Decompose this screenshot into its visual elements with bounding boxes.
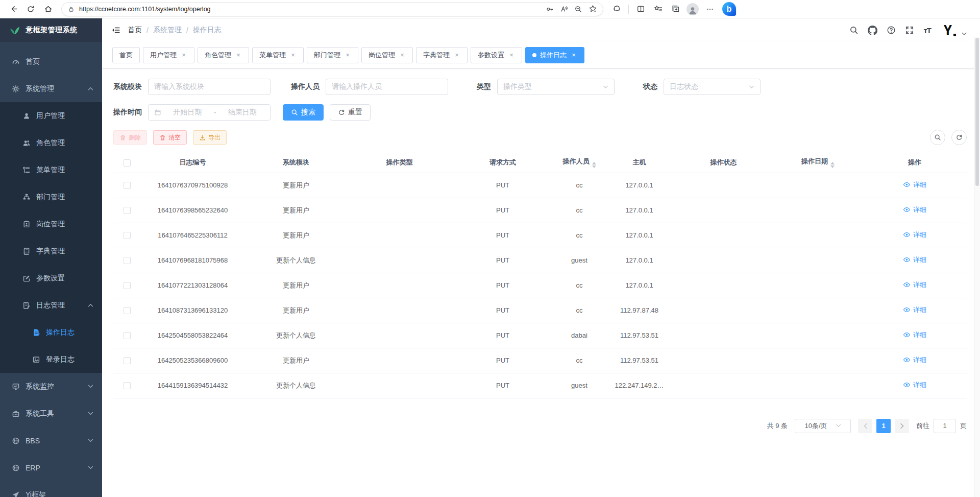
sidebar-item-param-settings[interactable]: 参数设置 xyxy=(0,265,102,292)
date-range-picker[interactable]: 开始日期 - 结束日期 xyxy=(148,104,271,121)
sidebar-collapse-icon[interactable] xyxy=(111,26,120,35)
module-input[interactable]: 请输入系统模块 xyxy=(148,79,271,95)
vertical-scrollbar[interactable] xyxy=(974,37,980,497)
add-favorite-icon[interactable] xyxy=(585,3,600,15)
goto-page-input[interactable] xyxy=(934,419,956,433)
col-operator[interactable]: 操作人员 xyxy=(554,152,605,173)
refresh-table-button[interactable] xyxy=(951,130,967,145)
delete-button[interactable]: 删除 xyxy=(113,130,147,145)
row-checkbox[interactable] xyxy=(124,332,131,339)
favorites-icon[interactable] xyxy=(650,2,666,16)
more-menu-icon[interactable] xyxy=(702,2,718,16)
row-checkbox[interactable] xyxy=(124,232,131,239)
sidebar-item-oper-log[interactable]: 操作日志 xyxy=(0,319,102,346)
close-tab-icon[interactable]: × xyxy=(289,52,297,59)
github-icon[interactable] xyxy=(868,26,877,35)
status-select[interactable]: 日志状态 xyxy=(664,79,761,95)
export-button[interactable]: 导出 xyxy=(193,130,227,145)
sidebar-item-role-mgmt[interactable]: 角色管理 xyxy=(0,129,102,156)
tab-0[interactable]: 首页 xyxy=(112,47,140,63)
tab-4[interactable]: 部门管理× xyxy=(307,47,358,63)
font-size-icon[interactable]: тT xyxy=(923,26,931,35)
close-tab-icon[interactable]: × xyxy=(399,52,406,59)
search-icon[interactable] xyxy=(849,26,859,35)
sidebar-item-menu-mgmt[interactable]: 菜单管理 xyxy=(0,156,102,183)
password-key-icon[interactable] xyxy=(543,3,557,15)
row-checkbox[interactable] xyxy=(124,357,131,364)
app-logo[interactable]: 意框架管理系统 xyxy=(0,18,102,42)
operator-input[interactable]: 请输入操作人员 xyxy=(326,79,448,95)
tab-8[interactable]: 操作日志× xyxy=(525,47,584,63)
refresh-icon[interactable] xyxy=(22,2,39,16)
tab-5[interactable]: 岗位管理× xyxy=(361,47,413,63)
sidebar-item-post-mgmt[interactable]: 岗位管理 xyxy=(0,210,102,238)
scrollbar-thumb[interactable] xyxy=(975,38,979,186)
sidebar-item-dict-mgmt[interactable]: 字典管理 xyxy=(0,238,102,265)
close-tab-icon[interactable]: × xyxy=(453,52,460,59)
row-checkbox[interactable] xyxy=(124,282,131,289)
detail-link[interactable]: 详细 xyxy=(903,205,926,215)
collections-icon[interactable] xyxy=(667,2,683,16)
split-screen-icon[interactable] xyxy=(632,2,649,16)
reset-button[interactable]: 重置 xyxy=(330,104,371,121)
detail-link[interactable]: 详细 xyxy=(903,305,926,315)
tab-7[interactable]: 参数设置× xyxy=(471,47,522,63)
zoom-out-icon[interactable] xyxy=(571,3,585,15)
sidebar-item-user-mgmt[interactable]: 用户管理 xyxy=(0,102,102,129)
close-tab-icon[interactable]: × xyxy=(508,52,515,59)
tab-2[interactable]: 角色管理× xyxy=(198,47,249,63)
extensions-icon[interactable] xyxy=(608,2,625,16)
tab-6[interactable]: 字典管理× xyxy=(416,47,468,63)
back-icon[interactable] xyxy=(5,2,21,16)
user-menu-caret-icon[interactable] xyxy=(962,32,967,36)
row-checkbox[interactable] xyxy=(124,382,131,389)
sidebar-item-system-monitor[interactable]: 系统监控 xyxy=(0,373,102,400)
help-icon[interactable] xyxy=(887,26,896,35)
detail-link[interactable]: 详细 xyxy=(903,280,926,290)
page-size-select[interactable]: 10条/页 xyxy=(795,419,851,433)
sidebar-item-system-tools[interactable]: 系统工具 xyxy=(0,400,102,427)
close-tab-icon[interactable]: × xyxy=(344,52,351,59)
row-checkbox[interactable] xyxy=(124,257,131,264)
sidebar-item-log-mgmt[interactable]: 日志管理 xyxy=(0,292,102,319)
prev-page-button[interactable] xyxy=(858,419,872,433)
row-checkbox[interactable] xyxy=(124,307,131,314)
bing-chat-icon[interactable]: b xyxy=(722,2,736,16)
detail-link[interactable]: 详细 xyxy=(903,230,926,240)
tab-3[interactable]: 菜单管理× xyxy=(252,47,304,63)
select-all-checkbox[interactable] xyxy=(124,159,131,167)
detail-link[interactable]: 详细 xyxy=(903,180,926,190)
row-checkbox[interactable] xyxy=(124,207,131,214)
close-tab-icon[interactable]: × xyxy=(235,52,242,59)
clear-button[interactable]: 清空 xyxy=(153,130,187,145)
detail-link[interactable]: 详细 xyxy=(903,356,926,365)
breadcrumb-home[interactable]: 首页 xyxy=(128,26,142,35)
detail-link[interactable]: 详细 xyxy=(903,255,926,265)
fullscreen-icon[interactable] xyxy=(905,26,914,35)
next-page-button[interactable] xyxy=(895,419,909,433)
sidebar-item-erp[interactable]: ERP xyxy=(0,454,102,481)
sort-icons[interactable] xyxy=(592,162,596,168)
current-page-button[interactable]: 1 xyxy=(876,419,891,433)
tab-1[interactable]: 用户管理× xyxy=(143,47,194,63)
read-aloud-icon[interactable] xyxy=(557,3,571,15)
user-logo[interactable]: Y xyxy=(940,22,955,38)
home-icon[interactable] xyxy=(40,2,56,16)
close-tab-icon[interactable]: × xyxy=(180,52,187,59)
type-select[interactable]: 操作类型 xyxy=(497,79,615,95)
sidebar-item-yi-framework[interactable]: Yi框架 xyxy=(0,481,102,497)
sidebar-item-dept-mgmt[interactable]: 部门管理 xyxy=(0,183,102,210)
detail-link[interactable]: 详细 xyxy=(903,381,926,390)
profile-avatar[interactable] xyxy=(684,2,701,16)
sidebar-item-bbs[interactable]: BBS xyxy=(0,427,102,454)
search-button[interactable]: 搜索 xyxy=(283,104,324,121)
sidebar-item-login-log[interactable]: 登录日志 xyxy=(0,346,102,373)
col-date[interactable]: 操作日期 xyxy=(773,152,863,173)
sort-icons[interactable] xyxy=(830,162,835,168)
sidebar-item-system-mgmt[interactable]: 系统管理 xyxy=(0,75,102,102)
toggle-search-button[interactable] xyxy=(930,130,945,145)
row-checkbox[interactable] xyxy=(124,182,131,189)
detail-link[interactable]: 详细 xyxy=(903,330,926,340)
address-bar[interactable]: https://ccnetcore.com:1101/system/log/op… xyxy=(61,2,603,16)
close-tab-icon[interactable]: × xyxy=(570,52,577,59)
